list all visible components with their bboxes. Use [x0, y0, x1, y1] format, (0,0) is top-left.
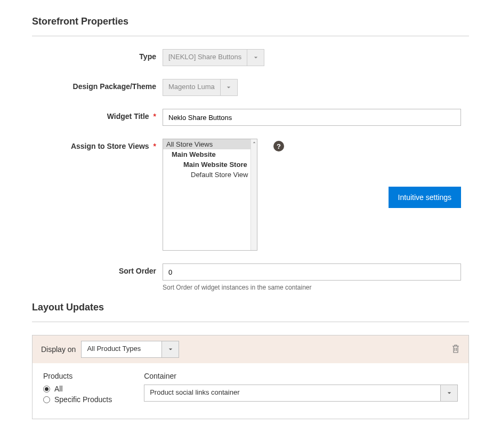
intuitive-settings-button[interactable]: Intuitive settings [389, 187, 461, 208]
chevron-down-icon [247, 50, 264, 66]
container-select-value: Product social links container [144, 385, 440, 401]
products-column: Products All Specific Products [43, 372, 112, 406]
chevron-down-icon [161, 341, 179, 357]
store-view-option[interactable]: Main Website Store [163, 159, 257, 170]
store-view-option[interactable]: Main Website [163, 149, 257, 159]
help-icon[interactable]: ? [273, 141, 284, 151]
layout-head: Display on All Product Types [33, 335, 468, 363]
store-view-option[interactable]: All Store Views [163, 139, 257, 149]
row-store-views: Assign to Store Views * All Store Views … [32, 139, 469, 251]
theme-select: Magento Luma [163, 79, 238, 96]
row-sort-order: Sort Order Sort Order of widget instance… [32, 263, 469, 291]
layout-update-box: Display on All Product Types Products Al… [32, 335, 469, 419]
container-select[interactable]: Product social links container [144, 385, 458, 402]
layout-body: Products All Specific Products Container… [33, 363, 468, 419]
label-widget-title-text: Widget Title [107, 112, 149, 121]
trash-icon[interactable] [451, 344, 460, 355]
radio-icon [43, 396, 50, 403]
store-views-multiselect[interactable]: All Store Views Main Website Main Websit… [163, 139, 257, 251]
label-store-views: Assign to Store Views * [32, 139, 163, 150]
label-widget-title: Widget Title * [32, 109, 163, 121]
label-products: Products [43, 372, 112, 380]
radio-all[interactable]: All [43, 385, 112, 393]
chevron-up-icon[interactable] [251, 139, 257, 146]
container-column: Container Product social links container [144, 372, 458, 406]
scrollbar[interactable] [250, 139, 257, 250]
chevron-down-icon [440, 385, 457, 401]
section-title-layout: Layout Updates [32, 302, 469, 317]
divider [32, 322, 469, 322]
radio-label: Specific Products [54, 395, 112, 404]
radio-label: All [54, 385, 63, 393]
label-type: Type [32, 49, 163, 61]
required-mark: * [153, 142, 156, 150]
row-widget-title: Widget Title * [32, 109, 469, 126]
label-theme: Design Package/Theme [32, 79, 163, 91]
row-type: Type [NEKLO] Share Buttons [32, 49, 469, 66]
widget-title-input[interactable] [163, 109, 461, 126]
label-display-on: Display on [41, 345, 76, 354]
type-select: [NEKLO] Share Buttons [163, 49, 264, 66]
label-container: Container [144, 372, 458, 380]
display-on-select[interactable]: All Product Types [81, 341, 179, 358]
section-title-storefront: Storefront Properties [32, 16, 469, 31]
required-mark: * [153, 112, 156, 121]
sort-order-help: Sort Order of widget instances in the sa… [163, 284, 461, 291]
type-select-value: [NEKLO] Share Buttons [163, 50, 247, 66]
radio-icon [43, 386, 50, 393]
store-view-option[interactable]: Default Store View [163, 170, 257, 180]
radio-specific[interactable]: Specific Products [43, 395, 112, 404]
theme-select-value: Magento Luma [163, 79, 220, 95]
chevron-down-icon [220, 79, 237, 95]
label-sort-order: Sort Order [32, 263, 163, 275]
label-store-views-text: Assign to Store Views [71, 142, 149, 150]
row-theme: Design Package/Theme Magento Luma [32, 79, 469, 96]
divider [32, 36, 469, 36]
sort-order-input[interactable] [163, 263, 461, 281]
display-on-value: All Product Types [82, 341, 161, 357]
